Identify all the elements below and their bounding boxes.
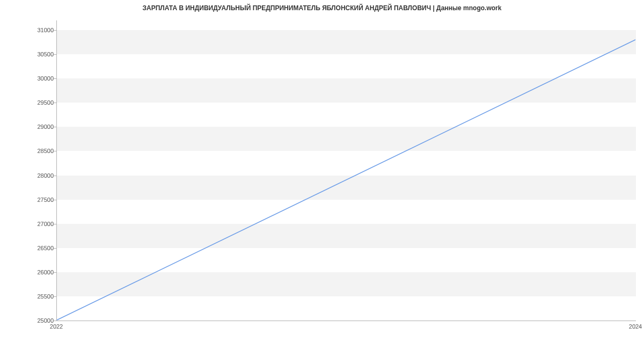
y-tick-label: 27500: [3, 197, 54, 203]
x-tick-label: 2022: [50, 323, 63, 330]
y-tick-label: 26000: [3, 269, 54, 275]
y-tick-mark: [54, 272, 56, 273]
y-tick-mark: [54, 127, 56, 127]
y-tick-mark: [54, 296, 56, 297]
y-tick-mark: [54, 151, 56, 151]
chart-title: ЗАРПЛАТА В ИНДИВИДУАЛЬНЫЙ ПРЕДПРИНИМАТЕЛ…: [0, 4, 644, 12]
y-tick-mark: [54, 200, 56, 200]
y-tick-label: 30000: [3, 75, 54, 82]
y-tick-mark: [54, 103, 56, 103]
y-tick-label: 26500: [3, 245, 54, 251]
y-tick-label: 31000: [3, 27, 54, 33]
y-tick-label: 28500: [3, 148, 54, 154]
line-series: [57, 20, 636, 321]
y-tick-label: 25000: [3, 317, 54, 324]
y-tick-label: 29000: [3, 123, 54, 130]
y-tick-mark: [54, 176, 56, 176]
x-tick-label: 2024: [629, 323, 642, 330]
y-tick-label: 28000: [3, 172, 54, 179]
y-tick-mark: [54, 321, 56, 321]
y-tick-label: 30500: [3, 51, 54, 57]
y-tick-mark: [54, 224, 56, 224]
y-tick-mark: [54, 54, 56, 55]
y-tick-label: 25500: [3, 293, 54, 300]
y-tick-mark: [54, 248, 56, 249]
y-tick-mark: [54, 78, 56, 79]
y-tick-label: 27000: [3, 221, 54, 227]
plot-area: [56, 20, 636, 321]
y-tick-label: 29500: [3, 99, 54, 106]
y-tick-mark: [54, 30, 56, 31]
chart-container: ЗАРПЛАТА В ИНДИВИДУАЛЬНЫЙ ПРЕДПРИНИМАТЕЛ…: [0, 0, 644, 349]
